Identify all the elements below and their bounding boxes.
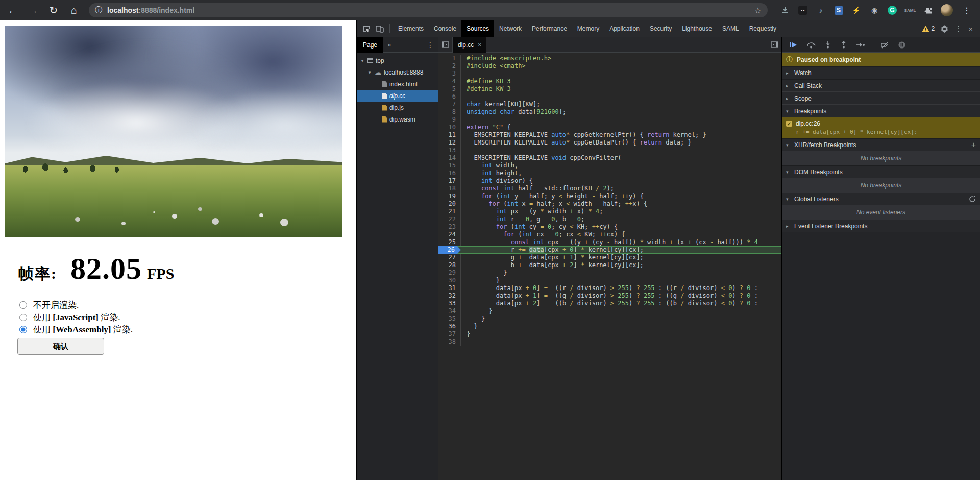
reload-icon[interactable]: ↻	[48, 4, 59, 16]
line-number[interactable]: 8	[438, 108, 461, 116]
code-view[interactable]: 1#include <emscripten.h>2#include <cmath…	[438, 53, 781, 480]
devtools-tab-saml[interactable]: SAML	[717, 20, 744, 37]
chevron-down-icon[interactable]: ▾	[360, 58, 365, 63]
chevron-down-icon[interactable]: ▾	[367, 70, 372, 75]
line-number[interactable]: 38	[438, 338, 461, 346]
ext-grammarly-icon[interactable]: G	[887, 5, 897, 15]
line-number[interactable]: 12	[438, 139, 461, 147]
line-number[interactable]: 6	[438, 93, 461, 101]
tree-item-dip-js[interactable]: dip.js	[357, 102, 438, 113]
line-number[interactable]: 2	[438, 62, 461, 70]
confirm-button[interactable]: 确认	[17, 338, 104, 355]
tree-item-top[interactable]: ▾top	[357, 55, 438, 66]
site-info-icon[interactable]: ⓘ	[95, 6, 102, 15]
line-number[interactable]: 19	[438, 193, 461, 200]
back-icon[interactable]: ←	[7, 5, 18, 16]
tree-item-index-html[interactable]: index.html	[357, 78, 438, 90]
section-header-event-listener-breakpoints[interactable]: ▸Event Listener Breakpoints	[782, 220, 980, 232]
tree-item-dip-cc[interactable]: dip.cc	[357, 90, 438, 102]
devtools-tab-performance[interactable]: Performance	[527, 20, 572, 37]
devtools-settings-icon[interactable]	[941, 25, 948, 33]
line-number[interactable]: 25	[438, 238, 461, 246]
devtools-tab-security[interactable]: Security	[645, 20, 677, 37]
line-number[interactable]: 20	[438, 200, 461, 208]
radio-button[interactable]	[19, 326, 27, 333]
section-header-breakpoints[interactable]: ▾Breakpoints	[782, 105, 980, 117]
line-number[interactable]: 24	[438, 231, 461, 238]
line-number[interactable]: 35	[438, 315, 461, 323]
devtools-tab-lighthouse[interactable]: Lighthouse	[677, 20, 717, 37]
line-number[interactable]: 5	[438, 85, 461, 93]
navigator-tab-page[interactable]: Page	[357, 37, 383, 53]
line-number[interactable]: 28	[438, 261, 461, 269]
editor-tab-dipcc[interactable]: dip.cc ×	[453, 37, 486, 53]
line-number[interactable]: 4	[438, 78, 461, 85]
refresh-icon[interactable]	[969, 196, 976, 203]
bookmark-star-icon[interactable]: ☆	[754, 6, 762, 15]
line-number[interactable]: 27	[438, 254, 461, 261]
devtools-tab-application[interactable]: Application	[604, 20, 645, 37]
line-number[interactable]: 15	[438, 162, 461, 170]
hide-navigator-icon[interactable]	[438, 37, 453, 52]
section-header-xhr-fetch-breakpoints[interactable]: ▾XHR/fetch Breakpoints+	[782, 138, 980, 151]
devtools-tab-sources[interactable]: Sources	[461, 20, 494, 37]
devtools-tab-elements[interactable]: Elements	[393, 20, 429, 37]
resume-script-icon[interactable]	[789, 41, 798, 49]
radio-button[interactable]	[19, 301, 27, 309]
browser-menu-icon[interactable]: ⋮	[961, 6, 973, 15]
devtools-tab-network[interactable]: Network	[494, 20, 527, 37]
navigator-menu-icon[interactable]: ⋮	[423, 41, 438, 49]
profile-avatar[interactable]	[941, 4, 953, 16]
line-number[interactable]: 30	[438, 277, 461, 284]
line-number[interactable]: 31	[438, 284, 461, 292]
step-over-icon[interactable]	[806, 41, 816, 49]
deactivate-breakpoints-icon[interactable]	[881, 41, 889, 49]
line-number[interactable]: 37	[438, 330, 461, 338]
section-header-global-listeners[interactable]: ▾Global Listeners	[782, 193, 980, 205]
radio-button[interactable]	[19, 314, 27, 321]
render-option-2[interactable]: 使用 [WebAssembly] 渲染.	[19, 323, 133, 335]
ext-dark-icon[interactable]: ▪▪	[798, 5, 808, 15]
line-number[interactable]: 21	[438, 208, 461, 215]
pause-on-exceptions-icon[interactable]	[898, 41, 906, 49]
line-number[interactable]: 32	[438, 292, 461, 300]
device-toolbar-icon[interactable]	[373, 22, 386, 35]
line-number[interactable]: 36	[438, 323, 461, 330]
devtools-tab-requestly[interactable]: Requestly	[744, 20, 781, 37]
section-header-dom-breakpoints[interactable]: ▾DOM Breakpoints	[782, 165, 980, 178]
show-right-panel-icon[interactable]	[767, 41, 781, 48]
issues-warning-badge[interactable]: 2	[922, 25, 935, 32]
ext-note-icon[interactable]: ♪	[816, 5, 826, 15]
line-number[interactable]: 14	[438, 154, 461, 162]
extensions-puzzle-icon[interactable]	[923, 5, 933, 15]
devtools-tab-console[interactable]: Console	[429, 20, 461, 37]
section-header-scope[interactable]: ▸Scope	[782, 92, 980, 105]
line-number[interactable]: 29	[438, 269, 461, 277]
line-number[interactable]: 18	[438, 185, 461, 193]
inspect-element-icon[interactable]	[360, 22, 373, 35]
breakpoint-entry[interactable]: ✓dip.cc:26r += data[cpx + 0] * kernel[cy…	[782, 117, 980, 138]
line-number[interactable]: 1	[438, 55, 461, 62]
ext-lightning-icon[interactable]: ⚡	[851, 5, 862, 15]
line-number[interactable]: 34	[438, 307, 461, 315]
add-breakpoint-icon[interactable]: +	[971, 141, 976, 149]
tree-item-localhost-8888[interactable]: ▾☁localhost:8888	[357, 66, 438, 78]
section-header-call-stack[interactable]: ▸Call Stack	[782, 79, 980, 92]
step-out-icon[interactable]	[840, 41, 847, 49]
home-icon[interactable]: ⌂	[68, 5, 80, 16]
render-option-1[interactable]: 使用 [JavaScript] 渲染.	[19, 311, 133, 323]
ext-s-icon[interactable]: S	[834, 5, 844, 15]
line-number[interactable]: 9	[438, 116, 461, 124]
render-option-0[interactable]: 不开启渲染.	[19, 299, 133, 311]
url-bar[interactable]: ⓘ localhost:8888/index.html ☆	[89, 3, 768, 17]
breakpoint-checkbox[interactable]: ✓	[786, 121, 792, 127]
devtools-menu-icon[interactable]: ⋮	[954, 24, 962, 33]
line-number[interactable]: 13	[438, 147, 461, 154]
ext-saml-icon[interactable]: SAML	[905, 5, 915, 15]
step-into-icon[interactable]	[824, 41, 831, 49]
download-icon[interactable]	[780, 5, 790, 15]
line-number[interactable]: 22	[438, 215, 461, 223]
line-number[interactable]: 17	[438, 177, 461, 185]
ext-circle-icon[interactable]: ◉	[869, 5, 879, 15]
forward-icon[interactable]: →	[28, 5, 39, 16]
